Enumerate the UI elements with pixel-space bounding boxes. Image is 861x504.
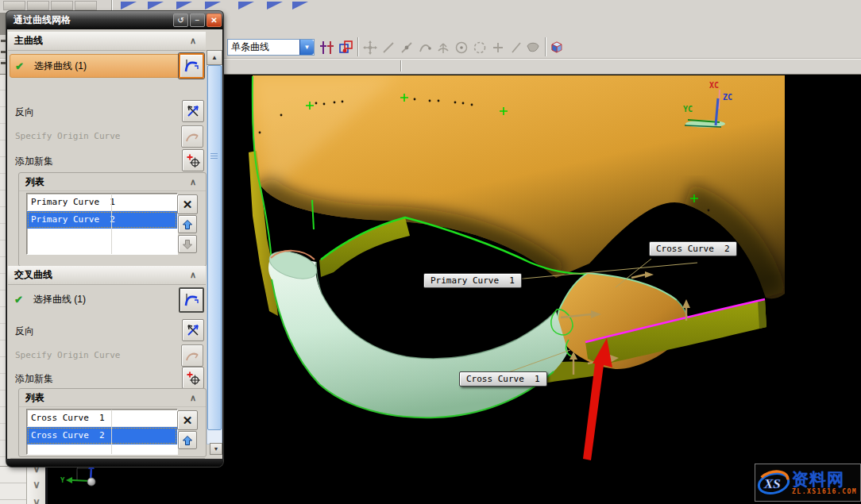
view-tool-icon[interactable] (238, 2, 254, 10)
snap-control-point-icon[interactable] (418, 40, 432, 55)
snap-point-on-surface-icon[interactable] (526, 40, 540, 55)
bottom-left-panel: ∨ ∨ ∨ (0, 466, 48, 504)
window-layout-icon[interactable] (75, 1, 97, 10)
primary-list-header[interactable]: 列表 ∧ (19, 173, 206, 191)
move-up-button[interactable] (178, 215, 197, 233)
tag-cross-curve-2[interactable]: Cross Curve 2 (649, 241, 737, 256)
list-item-selected[interactable]: Cross Curve 2 (27, 427, 177, 444)
wcs-x-label: XC (709, 81, 719, 90)
snap-existing-point-icon[interactable] (491, 40, 505, 55)
top-toolbar-clipped (0, 0, 861, 11)
primary-curve-list[interactable]: Primary Curve 1 Primary Curve 2 (26, 193, 178, 255)
cross-origin-label: Specify Origin Curve (15, 350, 120, 360)
primary-select-label: 选择曲线 (1) (24, 60, 87, 73)
window-layout-icon[interactable] (3, 1, 25, 10)
toolbar-separator (357, 37, 358, 56)
snap-arc-center-icon[interactable] (454, 40, 469, 55)
wireframe-cube-icon[interactable] (549, 39, 565, 55)
view-tool-icon[interactable] (148, 2, 164, 10)
scroll-down-button[interactable]: ▼ (210, 443, 222, 455)
collapse-icon[interactable]: ∧ (190, 177, 196, 187)
dialog-scrollbar-thumb[interactable] (207, 65, 222, 430)
remove-item-button[interactable]: ✕ (177, 410, 198, 430)
middle-ribbon-surface[interactable] (319, 217, 410, 277)
watermark-logo: XS (755, 467, 792, 498)
snap-endpoint-icon[interactable] (381, 40, 396, 55)
section-header-cross[interactable]: 交叉曲线 ∧ (8, 266, 206, 285)
primary-curve-select-button[interactable] (179, 53, 204, 79)
cross-curve-list[interactable]: Cross Curve 1 Cross Curve 2 (26, 409, 178, 455)
view-tool-icon[interactable] (176, 2, 192, 10)
cross-reverse-label: 反向 (15, 325, 34, 338)
list-item-selected[interactable]: Primary Curve 2 (27, 211, 177, 229)
window-layout-icon[interactable] (51, 1, 73, 10)
wcs-y-label: YC (683, 105, 693, 113)
tag-cross-curve-1[interactable]: Cross Curve 1 (459, 371, 547, 387)
toolbar-separator (111, 0, 112, 10)
toolbar-separator (400, 60, 401, 71)
cross-curve-select-button[interactable] (179, 287, 204, 313)
collapse-icon[interactable]: ∧ (190, 36, 196, 46)
svg-text:XS: XS (763, 476, 781, 491)
window-layout-icon[interactable] (27, 1, 49, 10)
dialog-title: 通过曲线网格 (6, 13, 173, 27)
watermark: XS 资料网 ZL.XS1616.COM (755, 464, 861, 502)
move-down-button[interactable] (178, 235, 197, 253)
collapse-icon[interactable]: ∧ (190, 270, 196, 280)
snap-quadrant-icon[interactable] (473, 40, 487, 55)
intersection-stop-icon[interactable] (319, 40, 335, 56)
list-item[interactable]: Cross Curve 1 (27, 410, 177, 427)
triad-y-label: Y (60, 476, 65, 484)
origin-curve-icon (185, 129, 199, 144)
curve-rule-dropdown[interactable]: 单条曲线 ▼ (227, 39, 315, 56)
snap-point-icon[interactable] (338, 40, 354, 56)
chevron-down-icon[interactable]: ▼ (299, 40, 314, 55)
reverse-direction-icon (186, 104, 200, 118)
watermark-url: ZL.XS1616.COM (792, 489, 857, 495)
view-tool-icon[interactable] (292, 2, 308, 10)
expand-column: ∨ ∨ ∨ (26, 466, 47, 504)
dialog-title-bar[interactable]: 通过曲线网格 ↺ − ✕ (6, 11, 223, 29)
tag-primary-curve-1[interactable]: Primary Curve 1 (423, 273, 522, 288)
primary-reverse-button[interactable] (182, 100, 204, 122)
chevron-down-icon[interactable]: ∨ (30, 498, 43, 504)
snap-point-on-curve-icon[interactable] (509, 40, 523, 55)
check-icon: ✔ (10, 294, 23, 306)
scroll-up-button[interactable]: ▲ (207, 50, 222, 65)
cross-list-header[interactable]: 列表 ∧ (19, 389, 206, 407)
tube-surface[interactable] (266, 246, 568, 417)
cross-reverse-button[interactable] (182, 319, 204, 341)
move-up-button[interactable] (178, 431, 197, 449)
minimize-button[interactable]: − (190, 13, 205, 27)
view-tool-icon[interactable] (121, 2, 137, 10)
cross-add-set-button[interactable] (182, 367, 204, 389)
wcs-z-label: ZC (723, 93, 732, 102)
mini-table-rows (0, 466, 26, 504)
list-item[interactable]: Primary Curve 1 (27, 194, 177, 211)
snap-midpoint-icon[interactable] (400, 40, 414, 55)
cross-select-label: 选择曲线 (1) (23, 293, 86, 306)
cross-origin-button (181, 344, 203, 367)
remove-item-button[interactable]: ✕ (177, 194, 198, 214)
toolbar-separator (545, 37, 546, 56)
primary-add-set-button[interactable] (182, 149, 204, 171)
view-tool-icon[interactable] (267, 2, 283, 10)
curve-rule-value: 单条曲线 (228, 40, 299, 54)
snap-intersection-icon[interactable] (436, 40, 450, 55)
curve-select-icon (183, 292, 199, 308)
snap-inferred-icon[interactable] (363, 40, 377, 55)
primary-select-curve-row[interactable]: ✔ 选择曲线 (1) (10, 54, 185, 78)
chevron-down-icon[interactable]: ∨ (30, 480, 43, 490)
arrow-up-icon (182, 435, 193, 446)
primary-origin-label: Specify Origin Curve (15, 131, 120, 141)
close-button[interactable]: ✕ (207, 13, 222, 27)
reset-button[interactable]: ↺ (173, 13, 188, 27)
cross-select-curve-row[interactable]: ✔ 选择曲线 (1) (10, 288, 183, 310)
left-toolbar-fragment (0, 13, 6, 74)
curve-select-icon (183, 58, 199, 74)
collapse-icon[interactable]: ∧ (190, 393, 196, 403)
section-header-primary[interactable]: 主曲线 ∧ (8, 32, 206, 51)
reverse-direction-icon (186, 323, 200, 337)
view-tool-icon[interactable] (205, 2, 221, 10)
check-icon: ✔ (10, 60, 24, 72)
